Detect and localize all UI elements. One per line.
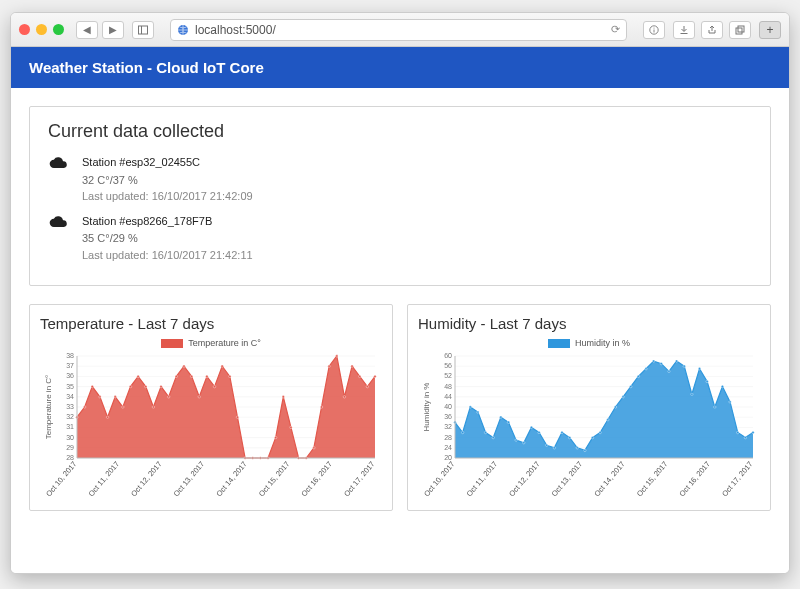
svg-text:Temperature in C°: Temperature in C° (44, 375, 53, 440)
share-button[interactable] (701, 21, 723, 39)
svg-text:31: 31 (66, 423, 74, 430)
svg-text:48: 48 (444, 383, 452, 390)
svg-text:Oct 12, 2017: Oct 12, 2017 (507, 460, 542, 499)
svg-point-139 (721, 385, 723, 387)
svg-text:Oct 14, 2017: Oct 14, 2017 (214, 460, 249, 499)
svg-text:36: 36 (66, 372, 74, 379)
svg-point-105 (461, 431, 463, 433)
svg-point-123 (599, 431, 601, 433)
svg-point-45 (183, 365, 185, 367)
download-icon (679, 25, 689, 35)
svg-point-110 (500, 416, 502, 418)
svg-point-49 (213, 385, 215, 387)
svg-text:40: 40 (444, 403, 452, 410)
svg-point-50 (221, 365, 223, 367)
station-name: Station #esp8266_178F7B (82, 213, 253, 230)
svg-text:Oct 10, 2017: Oct 10, 2017 (422, 460, 457, 499)
legend-swatch (161, 339, 183, 348)
svg-text:35: 35 (66, 383, 74, 390)
svg-text:Oct 11, 2017: Oct 11, 2017 (87, 460, 122, 499)
svg-text:44: 44 (444, 393, 452, 400)
svg-point-116 (545, 444, 547, 446)
svg-text:38: 38 (66, 352, 74, 359)
svg-text:32: 32 (444, 423, 452, 430)
svg-text:Oct 15, 2017: Oct 15, 2017 (635, 460, 670, 499)
svg-text:Oct 11, 2017: Oct 11, 2017 (465, 460, 500, 499)
svg-point-111 (507, 421, 509, 423)
current-data-heading: Current data collected (48, 121, 752, 142)
svg-text:Oct 17, 2017: Oct 17, 2017 (342, 460, 377, 499)
humidity-legend: Humidity in % (418, 338, 760, 348)
maximize-window-button[interactable] (53, 24, 64, 35)
reader-button[interactable] (643, 21, 665, 39)
svg-point-47 (198, 396, 200, 398)
svg-text:56: 56 (444, 362, 452, 369)
svg-text:33: 33 (66, 403, 74, 410)
station-reading: 32 C°/37 % (82, 172, 253, 189)
svg-text:60: 60 (444, 352, 452, 359)
window-controls (19, 24, 64, 35)
svg-point-143 (752, 431, 754, 433)
close-window-button[interactable] (19, 24, 30, 35)
svg-text:34: 34 (66, 393, 74, 400)
svg-point-70 (374, 375, 376, 377)
svg-text:Oct 17, 2017: Oct 17, 2017 (720, 460, 755, 499)
station-name: Station #esp32_02455C (82, 154, 253, 171)
svg-point-40 (145, 385, 147, 387)
browser-window: ◀ ▶ localhost:5000/ ⟳ (10, 12, 790, 574)
svg-point-37 (122, 406, 124, 408)
svg-point-132 (668, 370, 670, 372)
svg-point-138 (714, 406, 716, 408)
reload-icon[interactable]: ⟳ (611, 23, 620, 36)
svg-point-127 (630, 385, 632, 387)
address-bar[interactable]: localhost:5000/ ⟳ (170, 19, 627, 41)
legend-label: Temperature in C° (188, 338, 261, 348)
svg-text:Oct 13, 2017: Oct 13, 2017 (172, 460, 207, 499)
station-reading: 35 C°/29 % (82, 230, 253, 247)
svg-point-41 (152, 406, 154, 408)
svg-text:30: 30 (66, 434, 74, 441)
page-content: Weather Station - Cloud IoT Core Current… (11, 47, 789, 573)
downloads-button[interactable] (673, 21, 695, 39)
svg-text:37: 37 (66, 362, 74, 369)
svg-text:Oct 16, 2017: Oct 16, 2017 (299, 460, 334, 499)
new-tab-button[interactable]: + (759, 21, 781, 39)
tabs-button[interactable] (729, 21, 751, 39)
svg-text:Humidity in %: Humidity in % (422, 383, 431, 432)
svg-point-64 (328, 365, 330, 367)
svg-text:32: 32 (66, 413, 74, 420)
svg-rect-7 (738, 26, 744, 32)
humidity-chart-title: Humidity - Last 7 days (418, 315, 760, 332)
svg-rect-6 (736, 28, 742, 34)
temperature-chart: 3837363534333231302928Temperature in C°O… (40, 352, 382, 502)
svg-point-42 (160, 385, 162, 387)
svg-point-124 (607, 419, 609, 421)
svg-point-46 (190, 375, 192, 377)
svg-point-34 (99, 396, 101, 398)
station-updated: Last updated: 16/10/2017 21:42:09 (82, 188, 253, 205)
legend-label: Humidity in % (575, 338, 630, 348)
share-icon (707, 25, 717, 35)
svg-point-130 (652, 360, 654, 362)
svg-point-120 (576, 447, 578, 449)
svg-point-119 (568, 436, 570, 438)
svg-point-136 (698, 368, 700, 370)
svg-point-121 (584, 449, 586, 451)
page-title: Weather Station - Cloud IoT Core (29, 59, 264, 76)
sidebar-button[interactable] (132, 21, 154, 39)
svg-point-108 (484, 431, 486, 433)
svg-point-32 (83, 406, 85, 408)
svg-point-122 (591, 436, 593, 438)
svg-point-35 (106, 416, 108, 418)
svg-point-141 (737, 431, 739, 433)
back-button[interactable]: ◀ (76, 21, 98, 39)
svg-point-66 (343, 396, 345, 398)
forward-button[interactable]: ▶ (102, 21, 124, 39)
legend-swatch (548, 339, 570, 348)
svg-point-68 (359, 375, 361, 377)
svg-point-114 (530, 426, 532, 428)
minimize-window-button[interactable] (36, 24, 47, 35)
url-text: localhost:5000/ (195, 23, 605, 37)
svg-text:Oct 15, 2017: Oct 15, 2017 (257, 460, 292, 499)
svg-point-131 (660, 362, 662, 364)
